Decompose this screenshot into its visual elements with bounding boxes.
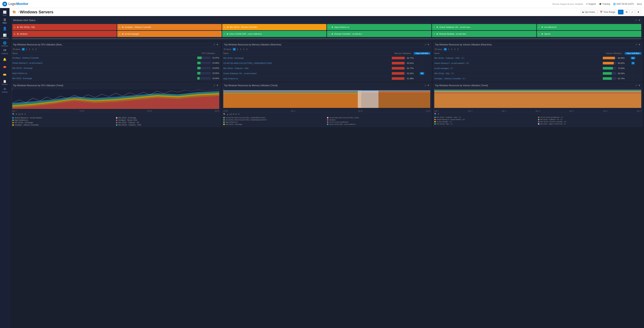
vol-legend-dot-4 [434,121,436,122]
cpu-down-icon[interactable]: ▼ [24,113,26,115]
cpu-page-3[interactable]: 3 [28,48,31,50]
row-link-2[interactable]: Win 2012h - Exchange [12,67,197,69]
vol-trend-chevron[interactable]: ▼ [638,84,640,87]
sidebar-item-mapping[interactable]: 🗺 Mapping [1,48,9,55]
sidebar-item-websites[interactable]: 🌐 Websites [1,40,9,48]
sidebar-item-badge-4[interactable]: 4 [1,63,9,71]
row-link-4[interactable]: dag1.lmdemo.us [223,77,392,80]
alert-cell-2[interactable]: ⚠ 🖥 Win 2012d - Domain Controller [222,24,326,30]
row-link-1[interactable]: Veeam Backup 9 - se-la3-veeam1 - D:\ [434,62,603,64]
sidebar-item-settings[interactable]: ⚙ Settings [1,86,9,94]
mem-trend-expand[interactable]: ⤢ [424,84,426,87]
row-link-4[interactable]: Win 2012i - Exchange [12,77,197,79]
time-range-button[interactable]: 📅 Time Range [598,10,617,14]
avatar-icon: 👤 [3,26,7,30]
cpu-page-5[interactable]: 5 [34,48,37,50]
row-link-3[interactable]: dag1.lmdemo.us [12,72,197,74]
mem-trend-chevron[interactable]: ▼ [427,84,430,87]
mem-page-1[interactable]: 1 [233,48,236,50]
chevron-down-button[interactable]: ▼ [636,10,641,14]
mem-chevron-icon[interactable]: ▼ [427,43,430,46]
ops-notes-button[interactable]: ▶ Ops Notes [580,10,597,14]
mem-nav-left[interactable]: ⬅ [233,113,234,115]
mem-nav-right[interactable]: ➡ [235,113,237,115]
days-badge-3: 45 [420,72,424,75]
star-icon[interactable]: ☆ [17,10,20,14]
copy-button[interactable]: ⧉ [624,9,629,14]
alert-cell-11[interactable]: ✓ 🖥 Splunk [537,31,641,37]
sidebar-item-menu[interactable]: ☰ Menu [1,17,9,24]
user-menu[interactable]: kerry [637,3,642,5]
cpu-page-2[interactable]: 2 [25,48,28,50]
vol-page-3[interactable]: 3 [450,48,453,50]
sidebar-item-resources[interactable]: 📊 Resources [1,32,9,40]
row-link-0[interactable]: Win 2012h - Exchange [223,57,392,59]
row-link-3[interactable]: Win 2012g - SQL - C:\ [434,72,603,74]
chevron-icon[interactable]: ▼ [638,19,640,21]
vol-trend-expand[interactable]: ⤢ [636,84,638,87]
row-link-0[interactable]: Win 2012e - Collector - UNC - C:\ [434,57,603,59]
row-link-4[interactable]: XenApp1 - Delivery Controller - C:\ [434,77,603,80]
mem-search-icon[interactable]: 🔍 [223,113,226,115]
vol-page-2[interactable]: 2 [447,48,450,50]
row-bar-fill-4 [197,77,200,80]
support-link[interactable]: ✕ Support [586,3,596,5]
expand-button[interactable]: ⤢ [630,10,635,14]
vol-search-icon[interactable]: 🔍 [434,113,436,115]
row-link-3[interactable]: Oracle Database 19c - se-la3-oracle1 [223,72,392,74]
row-link-2[interactable]: se-la3-manage1 - C:\ [434,67,603,69]
logo[interactable]: M LogicMonitor [2,1,28,6]
sidebar-item-reports[interactable]: 📋 Reports [1,79,9,86]
row-value-2: 92.77% [392,67,414,69]
expand-icon[interactable]: ⤢ [635,19,637,21]
alert-cell-10[interactable]: ✓ 🖥 Remote Desktop - se-la3-rds1 [432,31,536,37]
vol-chevron-icon[interactable]: ▼ [638,43,640,46]
row-link-1[interactable]: US-W2-SD-AWS-COLLECTOR1_i-05fa91ff82977d… [223,62,392,64]
cpu-expand-icon[interactable]: ⤢ [214,43,216,46]
vol-page-4[interactable]: 4 [454,48,456,50]
cpu-page-1[interactable]: 1 [22,48,25,50]
paint-icon[interactable]: 🎨 [12,10,16,14]
vol-expand-icon[interactable]: ⤢ [636,43,638,46]
cpu-page-4[interactable]: 4 [32,48,34,50]
remote-support[interactable]: Remote Support Access: Disabled [552,3,583,5]
cpu-search-icon[interactable]: 🔍 [12,113,14,115]
alert-cell-3[interactable]: ✓ 🖥 dag1.lmdemo.us [327,24,431,30]
alert-cell-4[interactable]: ✓ 🖥 Oracle Database 19c - se-la3-orac... [432,24,536,30]
mem-page-3[interactable]: 3 [240,48,242,50]
dots-button[interactable]: ⋯ [618,10,624,14]
row-link-2[interactable]: Win 2012e - Collector - UNC [223,67,392,69]
alert-cell-8[interactable]: ✓ 🖥 Cisco CUCM CDR - cucm-collector1 [222,31,326,37]
sidebar-item-badge-23[interactable]: 23 [1,71,9,78]
mem-nav-up[interactable]: ▲ [226,113,228,115]
cpu-trend-expand[interactable]: ⤢ [214,84,216,87]
mem-down-icon[interactable]: ▼ [238,113,240,115]
cpu-chevron-icon[interactable]: ▼ [216,43,218,46]
alert-cell-0[interactable]: ⚠ 🖥 Win 2012g - SQL [12,24,117,30]
mem-page-5[interactable]: 5 [246,48,248,50]
row-link-0[interactable]: XenApp1 - Delivery Controller [12,57,197,59]
cpu-trend-chevron[interactable]: ▼ [216,84,218,87]
sidebar-item-dash[interactable]: ⬜ Dash [1,9,9,17]
alert-cell-7[interactable]: ⚠ 🖥 se-la3-manage1 [117,31,222,37]
mem-page-4[interactable]: 4 [242,48,245,50]
cpu-nav-left[interactable]: ⬅ [16,113,17,115]
sidebar-item-alerts[interactable]: 🔔 [1,56,9,63]
vol-legend-dot-7 [538,123,540,125]
alert-cell-9[interactable]: ✓ 🖥 Domain Controller - se-la3-dc1 [327,31,431,37]
vol-page-5[interactable]: 5 [456,48,459,50]
cpu-trend-header: Top Windows Resources by CPU Utilization… [11,83,220,88]
alert-cell-5[interactable]: ✓ 🖥 sd-collector11 [537,24,641,30]
svg-rect-18 [223,93,361,93]
row-bar-0 [603,57,616,59]
row-link-1[interactable]: Veeam Backup 9 - se-la3-veeam1 [12,62,197,64]
cpu-nav-right[interactable]: ➡ [22,113,23,115]
vol-down-icon[interactable]: ▼ [438,113,440,115]
sidebar-item-avatar[interactable]: 👤 [1,25,9,32]
alert-cell-6[interactable]: ⚠ 🖥 windows [12,31,117,37]
mem-page-2[interactable]: 2 [236,48,239,50]
vol-page-1[interactable]: 1 [444,48,447,50]
mem-expand-icon[interactable]: ⤢ [424,43,426,46]
training-link[interactable]: 🎓 Training [599,3,610,5]
alert-cell-1[interactable]: ⚠ 🖥 XenApp1 - Delivery Controller [117,24,222,30]
